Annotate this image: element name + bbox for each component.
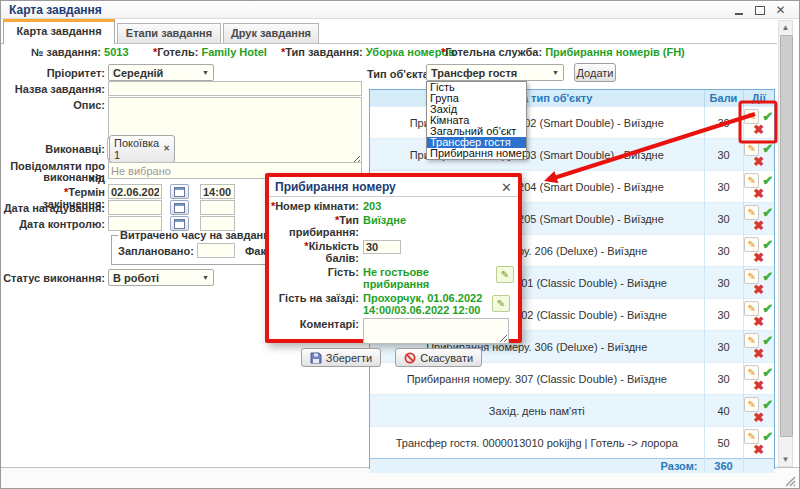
table-row: Захід. день пам'яті40✎✔✖	[370, 395, 774, 427]
tab-strip: Карта завдання Етапи завдання Друк завда…	[1, 19, 777, 44]
delete-icon[interactable]: ✖	[753, 443, 764, 456]
task-type-group: *Тип завдання: Уборка номеров	[281, 46, 455, 58]
task-card-window: Карта завдання ✕ Карта завдання Етапи за…	[0, 0, 800, 489]
chevron-down-icon: ▼	[202, 274, 209, 281]
task-type-label: Тип завдання:	[285, 46, 362, 58]
object-points-cell: 30	[704, 363, 743, 395]
chip-remove-icon[interactable]: ✕	[163, 144, 170, 153]
hotel-label: Готель:	[157, 46, 198, 58]
description-label: Опис:	[1, 99, 105, 111]
resize-grip-icon[interactable]	[784, 475, 796, 487]
window-title: Карта завдання	[9, 3, 102, 17]
object-actions-cell: ✎✔✖	[743, 427, 774, 459]
edit-guest-icon[interactable]: ✎	[496, 266, 514, 283]
object-actions-cell: ✎✔✖	[743, 107, 774, 139]
executor-chip-label: Покоївка 1	[114, 137, 159, 161]
tab-task-stages[interactable]: Етапи завдання	[117, 23, 221, 43]
calendar-icon[interactable]	[170, 200, 189, 215]
dropdown-option[interactable]: Загальний об'єкт	[427, 126, 526, 137]
executors-label: Виконавці:	[1, 143, 105, 155]
room-number-label: *Номер кімнати:	[269, 200, 359, 212]
minimize-icon[interactable]	[732, 4, 745, 16]
comments-textarea[interactable]	[363, 318, 509, 344]
room-number-value: 203	[363, 200, 381, 212]
object-actions-cell: ✎✔✖	[743, 235, 774, 267]
dropdown-option[interactable]: Прибирання номеру	[427, 148, 526, 159]
deadline-time-input[interactable]	[200, 184, 235, 199]
task-number-group: № завдання: 5013	[31, 46, 129, 58]
status-select[interactable]: В роботі ▼	[108, 269, 214, 286]
cleaning-type-value: Виїздне	[363, 214, 406, 226]
scroll-up-icon[interactable]: ▲	[779, 21, 792, 34]
table-row: Трансфер гостя. 0000013010 pokijhg | Гот…	[370, 427, 774, 459]
hotel-service-value: Прибирання номерів (FH)	[545, 46, 685, 58]
cancel-button[interactable]: Скасувати	[395, 348, 482, 367]
close-icon[interactable]: ✕	[774, 4, 787, 16]
status-label: Статус виконання:	[1, 272, 105, 284]
delete-icon[interactable]: ✖	[753, 379, 764, 392]
delete-icon[interactable]: ✖	[753, 251, 764, 264]
object-type-select[interactable]: Трансфер гостя ▼	[426, 64, 564, 81]
object-points-cell: 30	[704, 299, 743, 331]
delete-icon[interactable]: ✖	[753, 411, 764, 424]
add-object-button[interactable]: Додати	[574, 63, 616, 82]
delete-icon[interactable]: ✖	[753, 123, 764, 136]
guest-row: Гість: Не гостьове прибирання ✎	[269, 266, 514, 290]
object-actions-cell: ✎✔✖	[743, 171, 774, 203]
object-points-cell: 30	[704, 171, 743, 203]
dropdown-option[interactable]: Захід	[427, 104, 526, 115]
priority-select[interactable]: Середній ▼	[108, 64, 214, 81]
reminder-time-input[interactable]	[200, 200, 235, 215]
no-sign-icon	[404, 352, 416, 364]
room-number-row: *Номер кімнати: 203	[269, 200, 514, 212]
object-points-cell: 30	[704, 235, 743, 267]
scroll-down-icon[interactable]: ▼	[779, 453, 792, 466]
delete-icon[interactable]: ✖	[753, 283, 764, 296]
vertical-scrollbar[interactable]: ▲ ▼	[778, 20, 793, 467]
save-button[interactable]: Зберегти	[301, 348, 381, 367]
points-input[interactable]	[363, 240, 401, 254]
delete-icon[interactable]: ✖	[753, 347, 764, 360]
object-actions-cell: ✎✔✖	[743, 395, 774, 427]
total-label: Разом:	[370, 459, 704, 474]
dialog-close-icon[interactable]: ✕	[501, 181, 512, 194]
status-select-value: В роботі	[113, 272, 159, 284]
executors-field[interactable]: Покоївка 1 ✕	[107, 138, 173, 159]
cleaning-type-row: *Тип прибирання: Виїздне	[269, 214, 514, 238]
edit-arrival-guest-icon[interactable]: ✎	[492, 295, 510, 312]
guest-label: Гість:	[269, 266, 359, 278]
scrollbar-thumb[interactable]	[780, 35, 793, 437]
dialog-title: Прибирання номеру	[275, 180, 396, 194]
delete-icon[interactable]: ✖	[753, 315, 764, 328]
dropdown-option[interactable]: Гість	[427, 82, 526, 93]
delete-icon[interactable]: ✖	[753, 155, 764, 168]
reminder-date-input[interactable]	[108, 200, 162, 215]
priority-label: Пріоритет:	[1, 67, 105, 79]
dropdown-option[interactable]: Трансфер гостя	[427, 137, 526, 148]
hotel-value: Family Hotel	[201, 46, 266, 58]
delete-icon[interactable]: ✖	[753, 187, 764, 200]
hotel-service-label: Готельна служба:	[445, 46, 542, 58]
calendar-icon[interactable]	[170, 184, 189, 199]
dropdown-option[interactable]: Група	[427, 93, 526, 104]
task-name-input[interactable]	[108, 81, 362, 96]
object-points-cell: 30	[704, 331, 743, 363]
dropdown-option[interactable]: Кімната	[427, 115, 526, 126]
executor-chip[interactable]: Покоївка 1 ✕	[109, 135, 175, 163]
object-name-cell: Трансфер гостя. 0000013010 pokijhg | Гот…	[370, 427, 704, 459]
points-label: *Кількість балів:	[269, 240, 359, 264]
tab-task-print[interactable]: Друк завдання	[223, 23, 319, 43]
dialog-header: Прибирання номеру ✕	[269, 177, 518, 197]
points-row: *Кількість балів:	[269, 240, 514, 264]
maximize-icon[interactable]	[753, 4, 766, 16]
object-type-label: Тип об'єкта:	[367, 68, 433, 80]
tab-task-card[interactable]: Карта завдання	[3, 19, 115, 44]
arrival-guest-row: Гість на заїзді: Прохорчук, 01.06.2022 1…	[269, 292, 514, 316]
delete-icon[interactable]: ✖	[753, 219, 764, 232]
deadline-date-input[interactable]	[108, 184, 162, 199]
floppy-disk-icon	[310, 352, 322, 364]
task-name-label: Назва завдання:	[1, 83, 105, 95]
total-row: Разом: 360	[370, 459, 774, 474]
room-cleaning-dialog: Прибирання номеру ✕ *Номер кімнати: 203 …	[265, 173, 522, 343]
planned-input[interactable]	[197, 243, 235, 258]
